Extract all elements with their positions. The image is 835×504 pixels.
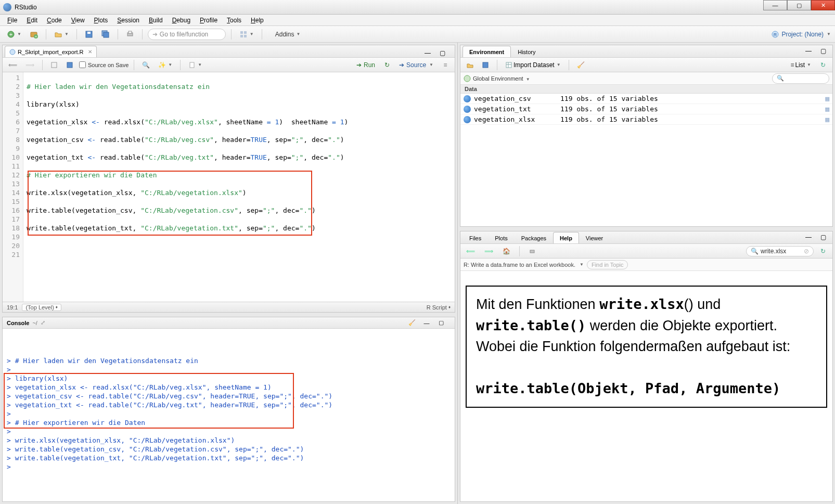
svg-rect-8 xyxy=(104,32,109,37)
help-print-button[interactable] xyxy=(526,245,538,257)
menu-edit[interactable]: Edit xyxy=(22,16,42,25)
addins-menu[interactable]: Addins▼ xyxy=(273,28,303,41)
load-workspace-button[interactable] xyxy=(464,59,476,71)
tab-packages[interactable]: Packages xyxy=(515,232,553,243)
console-path: ~/ xyxy=(32,320,37,326)
new-project-button[interactable]: + xyxy=(27,28,41,41)
tab-plots[interactable]: Plots xyxy=(488,232,514,243)
scope-selector[interactable]: (Top Level) ♦ xyxy=(22,304,61,311)
menu-code[interactable]: Code xyxy=(43,16,66,25)
save-source-button[interactable] xyxy=(63,59,76,71)
back-button[interactable]: ⟸ xyxy=(6,59,20,71)
rerun-button[interactable]: ↻ xyxy=(381,59,393,71)
menu-build[interactable]: Build xyxy=(145,16,167,25)
new-file-button[interactable]: +▼ xyxy=(4,28,24,41)
help-breadcrumb[interactable]: R: Write a data.frame to an Excel workbo… xyxy=(464,262,575,268)
env-row[interactable]: vegetation_xlsx119 obs. of 15 variables▦ xyxy=(460,114,832,125)
view-data-icon[interactable]: ▦ xyxy=(825,115,829,123)
project-label: Project: (None) xyxy=(781,31,824,38)
help-pane: FilesPlotsPackagesHelpViewer—▢ ⟸ ⟹ 🏠 🔍 w… xyxy=(460,231,833,502)
rstudio-logo-icon xyxy=(3,3,11,11)
save-workspace-button[interactable] xyxy=(479,59,492,71)
tab-viewer[interactable]: Viewer xyxy=(579,232,610,243)
source-button[interactable]: ➔ Source▼ xyxy=(396,59,436,71)
cursor-position: 19:1 xyxy=(7,304,18,311)
maximize-button[interactable]: ▢ xyxy=(787,0,811,10)
import-dataset-button[interactable]: Import Dataset▼ xyxy=(503,59,563,71)
help-home-button[interactable]: 🏠 xyxy=(500,245,513,257)
project-selector[interactable]: R Project: (None)▼ xyxy=(771,30,831,38)
goto-placeholder: Go to file/function xyxy=(160,31,208,38)
report-button[interactable]: ▼ xyxy=(186,59,204,71)
svg-rect-12 xyxy=(244,31,247,34)
run-button[interactable]: ➔ Run xyxy=(354,59,378,71)
print-button[interactable] xyxy=(123,28,137,41)
menu-help[interactable]: Help xyxy=(247,16,268,25)
wand-button[interactable]: ✨▼ xyxy=(156,59,175,71)
scope-selector[interactable]: Global Environment ▼ xyxy=(473,75,530,82)
tab-history[interactable]: History xyxy=(511,46,542,57)
source-toolbar: ⟸ ⟹ Source on Save 🔍 ✨▼ ▼ ➔ Run xyxy=(3,58,455,72)
tab-environment[interactable]: Environment xyxy=(463,46,511,57)
tab-help[interactable]: Help xyxy=(553,232,579,243)
clear-search-icon[interactable]: ⊘ xyxy=(804,248,809,255)
view-data-icon[interactable]: ▦ xyxy=(825,95,829,102)
env-scope-bar: Global Environment ▼ 🔍 xyxy=(460,72,832,85)
menu-plots[interactable]: Plots xyxy=(90,16,112,25)
menu-tools[interactable]: Tools xyxy=(223,16,246,25)
main-layout: R_Skript_import_export.R ✕ — ▢ ⟸ ⟹ Sourc… xyxy=(0,43,835,504)
env-row[interactable]: vegetation_csv119 obs. of 15 variables▦ xyxy=(460,94,832,104)
find-in-topic-input[interactable]: Find in Topic xyxy=(587,260,628,269)
source-editor[interactable]: 123456789101112131415161718192021 # Hier… xyxy=(3,72,455,302)
source-on-save-checkbox[interactable]: Source on Save xyxy=(79,61,129,68)
outline-button[interactable]: ≡ xyxy=(439,59,452,71)
menu-debug[interactable]: Debug xyxy=(168,16,195,25)
refresh-help-button[interactable]: ↻ xyxy=(817,245,829,257)
console-reveal-icon[interactable]: ⤢ xyxy=(41,319,45,326)
source-on-save-input[interactable] xyxy=(79,61,86,68)
minimize-button[interactable]: — xyxy=(763,0,787,10)
refresh-env-button[interactable]: ↻ xyxy=(817,59,829,71)
find-button[interactable]: 🔍 xyxy=(139,59,152,71)
help-forward-button[interactable]: ⟹ xyxy=(482,245,496,257)
env-row[interactable]: vegetation_txt119 obs. of 15 variables▦ xyxy=(460,104,832,114)
list-grid-toggle[interactable]: ≡ List▼ xyxy=(788,59,814,71)
show-in-new-window-button[interactable] xyxy=(48,59,60,71)
globe-icon xyxy=(464,75,471,82)
source-tabstrip: R_Skript_import_export.R ✕ — ▢ xyxy=(3,45,455,58)
menu-view[interactable]: View xyxy=(67,16,89,25)
clear-workspace-button[interactable]: 🧹 xyxy=(574,59,587,71)
tab-files[interactable]: Files xyxy=(463,232,488,243)
help-back-button[interactable]: ⟸ xyxy=(464,245,478,257)
close-tab-icon[interactable]: ✕ xyxy=(88,49,92,55)
menu-session[interactable]: Session xyxy=(113,16,144,25)
forward-button[interactable]: ⟹ xyxy=(23,59,37,71)
goto-file-function-input[interactable]: ➜ Go to file/function xyxy=(148,29,226,40)
grid-tools-button[interactable]: ▼ xyxy=(237,28,256,41)
save-button[interactable] xyxy=(82,28,96,41)
source-statusbar: 19:1 (Top Level) ♦ R Script ♦ xyxy=(3,302,455,312)
view-data-icon[interactable]: ▦ xyxy=(825,105,829,113)
help-max-icon[interactable]: ▢ xyxy=(817,231,829,243)
source-arrow-icon: ➔ xyxy=(399,61,404,69)
menu-bar: FileEditCodeViewPlotsSessionBuildDebugPr… xyxy=(0,15,835,26)
line-gutter: 123456789101112131415161718192021 xyxy=(3,72,23,302)
env-search-input[interactable]: 🔍 xyxy=(772,73,829,84)
console-output[interactable]: > # Hier laden wir den Vegetationsdatens… xyxy=(3,329,455,501)
source-tab[interactable]: R_Skript_import_export.R ✕ xyxy=(5,46,97,57)
menu-profile[interactable]: Profile xyxy=(196,16,222,25)
svg-rect-13 xyxy=(240,35,243,37)
console-max-icon[interactable]: ▢ xyxy=(435,317,447,329)
help-min-icon[interactable]: — xyxy=(802,231,815,243)
help-search-input[interactable]: 🔍 write.xlsx ⊘ xyxy=(746,246,814,256)
close-button[interactable]: ✕ xyxy=(811,0,835,10)
open-file-button[interactable]: ▼ xyxy=(52,28,71,41)
console-min-icon[interactable]: — xyxy=(420,317,433,329)
env-max-icon[interactable]: ▢ xyxy=(817,45,829,57)
source-pane: R_Skript_import_export.R ✕ — ▢ ⟸ ⟹ Sourc… xyxy=(2,45,455,313)
console-clear-icon[interactable]: 🧹 xyxy=(406,317,418,329)
env-min-icon[interactable]: — xyxy=(802,45,815,57)
save-all-button[interactable] xyxy=(99,28,112,41)
menu-file[interactable]: File xyxy=(3,16,21,25)
svg-rect-10 xyxy=(129,31,132,33)
